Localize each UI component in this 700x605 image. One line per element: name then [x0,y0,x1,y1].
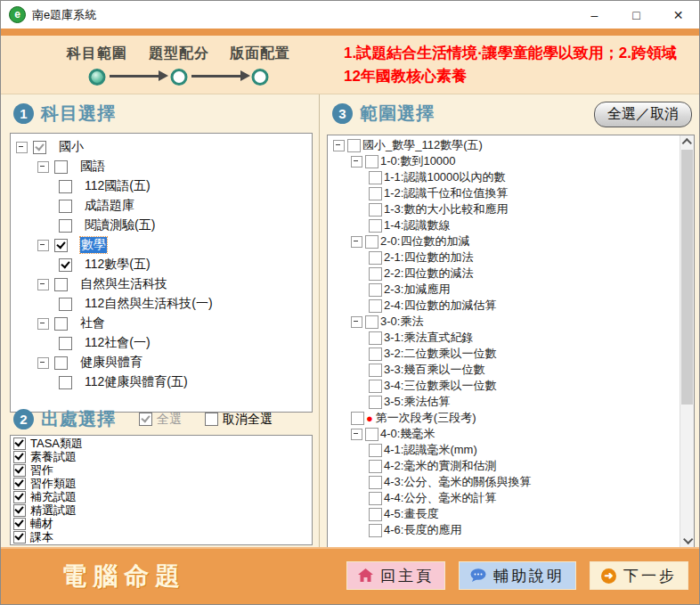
tree-node-label[interactable]: 1-2:認識千位和位值換算 [384,185,508,201]
tree-node-label[interactable]: 國小 [59,139,84,155]
tree-checkbox[interactable] [369,444,382,457]
deselect-all-checkbox[interactable]: 取消全選 [205,412,273,428]
tree-expander-icon[interactable] [37,240,49,251]
tree-checkbox[interactable] [369,331,382,345]
tree-node-label[interactable]: 3-1:乘法直式紀錄 [384,330,473,346]
next-button[interactable]: ➜ 下一步 [590,561,688,590]
list-item[interactable]: 課本 [11,530,312,544]
tree-expander-icon[interactable] [351,429,362,440]
tree-checkbox[interactable] [365,315,378,329]
minimize-button[interactable]: – [574,1,615,29]
tree-node-label[interactable]: 4-3:公分、毫米的關係與換算 [384,474,531,490]
tree-checkbox[interactable] [59,180,72,193]
tree-expander-icon[interactable] [37,318,49,330]
tree-node-label[interactable]: 健康與體育 [80,355,142,371]
tree-expander-icon[interactable] [37,279,49,290]
source-checkbox[interactable] [13,437,26,450]
tree-checkbox[interactable] [33,141,46,154]
scrollbar[interactable] [680,135,694,547]
source-checkbox[interactable] [13,531,26,544]
maximize-button[interactable]: □ [615,1,657,29]
select-all-checkbox[interactable]: 全選 [139,412,182,428]
tree-node-label[interactable]: 4-2:毫米的實測和估測 [384,458,496,474]
scroll-thumb[interactable] [681,150,693,405]
tree-node-label[interactable]: 第一次段考(三段考) [376,410,476,426]
select-toggle-button[interactable]: 全選／取消 [594,102,692,127]
tree-node-label[interactable]: 112社會(一) [85,335,151,351]
tree-checkbox[interactable] [54,278,68,291]
tree-expander-icon[interactable] [351,156,362,168]
tree-node-label[interactable]: 4-6:長度的應用 [384,522,461,538]
tree-checkbox[interactable] [59,376,72,389]
tree-checkbox[interactable] [369,460,382,473]
tree-expander-icon[interactable] [37,161,49,173]
tree-node-label[interactable]: 閱讀測驗(五) [85,217,155,233]
tree-node-label[interactable]: 自然與生活科技 [80,276,167,292]
tree-checkbox[interactable] [369,267,382,281]
tree-checkbox[interactable] [59,200,72,213]
tree-node-label[interactable]: 3-2:二位數乘以一位數 [384,346,496,362]
tree-checkbox[interactable] [369,380,382,393]
tree-checkbox[interactable] [365,428,378,441]
help-button[interactable]: 輔助說明 [459,561,576,590]
tree-node-label[interactable]: 3-5:乘法估算 [384,394,450,410]
source-checkbox[interactable] [13,451,26,463]
tree-node-label[interactable]: 4-0:幾毫米 [380,426,435,442]
tree-checkbox[interactable] [54,356,68,370]
tree-node-label[interactable]: 3-3:幾百乘以一位數 [384,362,484,378]
tree-checkbox[interactable] [365,235,378,249]
tree-checkbox[interactable] [369,171,382,184]
tree-node-label[interactable]: 2-0:四位數的加減 [380,233,469,249]
tree-checkbox[interactable] [369,299,382,313]
tree-expander-icon[interactable] [333,140,345,151]
tree-expander-icon[interactable] [351,236,362,248]
tree-checkbox[interactable] [59,258,72,272]
source-checkbox[interactable] [13,504,26,517]
close-button[interactable]: ✕ [657,1,699,29]
tree-checkbox[interactable] [59,219,72,233]
tree-checkbox[interactable] [59,298,72,311]
tree-node-label[interactable]: 112國語(五) [85,178,151,194]
step-layout-config[interactable]: 版面配置 [202,45,318,63]
tree-checkbox[interactable] [369,476,382,489]
tree-checkbox[interactable] [369,187,382,200]
source-checkbox[interactable] [13,518,26,530]
list-item[interactable]: 素養試題 [11,450,312,463]
tree-checkbox[interactable] [369,492,382,505]
tree-checkbox[interactable] [369,524,382,537]
tree-node-label[interactable]: 國小_數學_112數學(五) [362,137,483,153]
tree-node-label[interactable]: 2-2:四位數的減法 [384,266,473,282]
tree-node-label[interactable]: 112數學(五) [85,257,151,273]
tree-node-label[interactable]: 社會 [80,315,105,331]
home-button[interactable]: 回主頁 [346,561,445,590]
tree-node-label[interactable]: 2-1:四位數的加法 [384,249,473,266]
scroll-down-button[interactable] [680,533,694,547]
source-checkbox[interactable] [13,478,26,490]
tree-node-label[interactable]: 3-0:乘法 [380,314,423,330]
tree-node-label[interactable]: 4-1:認識毫米(mm) [384,442,477,458]
tree-checkbox[interactable] [54,160,68,174]
tree-node-label[interactable]: 數學 [80,237,107,253]
tree-checkbox[interactable] [369,283,382,297]
tree-checkbox[interactable] [59,337,72,350]
tree-expander-icon[interactable] [37,357,49,369]
list-item[interactable]: 輔材 [11,517,312,530]
tree-expander-icon[interactable] [351,316,362,328]
tree-checkbox[interactable] [365,155,378,168]
tree-node-label[interactable]: 2-3:加減應用 [384,282,450,298]
source-checkbox[interactable] [13,491,26,503]
tree-checkbox[interactable] [54,317,68,331]
tree-node-label[interactable]: 1-0:數到10000 [380,153,456,169]
tree-expander-icon[interactable] [16,142,28,153]
list-item[interactable]: 精選試題 [11,503,312,517]
tree-checkbox[interactable] [351,412,364,425]
tree-checkbox[interactable] [347,139,361,152]
step-dot-2[interactable] [171,69,188,86]
tree-checkbox[interactable] [369,364,382,377]
tree-node-label[interactable]: 2-4:四位數的加減估算 [384,298,496,314]
tree-node-label[interactable]: 3-4:三位數乘以一位數 [384,378,496,394]
tree-node-label[interactable]: 112自然與生活科技(一) [85,296,213,312]
tree-node-label[interactable]: 4-5:畫長度 [384,506,438,522]
tree-node-label[interactable]: 112健康與體育(五) [85,374,188,390]
tree-checkbox[interactable] [369,251,382,265]
